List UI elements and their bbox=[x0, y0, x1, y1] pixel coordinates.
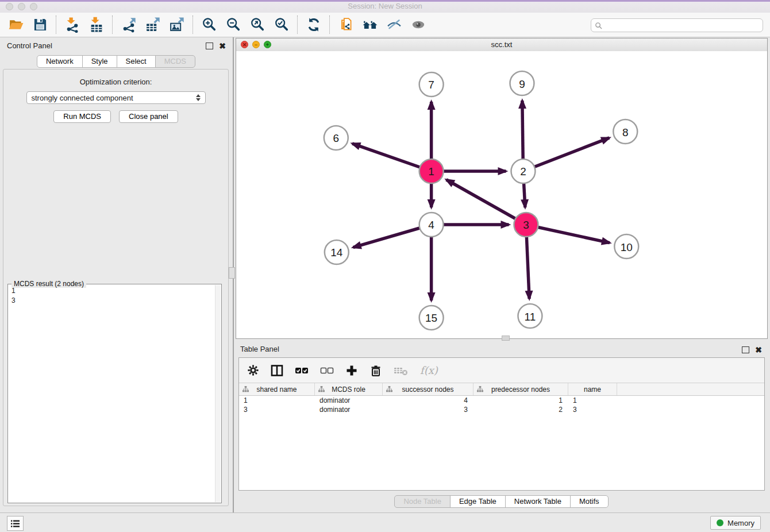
table-panel-close-button[interactable]: ✖ bbox=[755, 347, 762, 353]
zoom-out-button[interactable] bbox=[223, 14, 244, 35]
cell-name[interactable]: 3 bbox=[568, 405, 617, 414]
tab-node-table[interactable]: Node Table bbox=[394, 495, 451, 508]
window-title: Session: New Session bbox=[0, 0, 770, 13]
toolbar-separator bbox=[192, 16, 194, 34]
node-label-4: 4 bbox=[428, 219, 434, 231]
select-all-columns-button[interactable] bbox=[295, 364, 309, 377]
refresh-button[interactable] bbox=[303, 14, 324, 35]
delete-table-button[interactable] bbox=[394, 364, 409, 377]
import-table-button[interactable] bbox=[86, 14, 107, 35]
cell-predecessor-nodes[interactable]: 1 bbox=[473, 396, 568, 405]
import-network-button[interactable] bbox=[62, 14, 83, 35]
zoom-selected-icon bbox=[274, 17, 290, 33]
table-panel-tabs: Node Table Edge Table Network Table Moti… bbox=[236, 495, 768, 508]
column-header-mcds-role[interactable]: MCDS role bbox=[315, 383, 383, 395]
zoom-in-button[interactable] bbox=[199, 14, 220, 35]
network-view-title: scc.txt bbox=[236, 38, 767, 51]
table-panel-float-button[interactable] bbox=[742, 346, 749, 353]
zoom-selected-button[interactable] bbox=[271, 14, 292, 35]
export-image-icon bbox=[169, 17, 185, 33]
open-folder-icon bbox=[8, 17, 24, 33]
edge-3-10[interactable] bbox=[526, 225, 610, 243]
cell-shared-name[interactable]: 3 bbox=[239, 405, 315, 414]
table-header-row: shared name MCDS role bbox=[239, 383, 764, 396]
status-menu-button[interactable] bbox=[7, 516, 24, 531]
reset-layout-button[interactable] bbox=[360, 14, 380, 35]
cell-predecessor-nodes[interactable]: 2 bbox=[473, 405, 568, 414]
function-builder-button[interactable]: f(x) bbox=[420, 364, 438, 376]
column-header-shared-name[interactable]: shared name bbox=[239, 383, 315, 395]
node-label-9: 9 bbox=[519, 78, 525, 90]
columns-icon bbox=[271, 364, 283, 377]
tab-style[interactable]: Style bbox=[82, 55, 117, 68]
mcds-result-line: 3 bbox=[11, 296, 213, 306]
zoom-fit-button[interactable] bbox=[247, 14, 268, 35]
criterion-select[interactable]: strongly connected component bbox=[26, 91, 206, 104]
add-column-button[interactable] bbox=[345, 364, 358, 377]
column-header-name[interactable]: name bbox=[568, 383, 617, 395]
column-type-icon bbox=[386, 386, 392, 392]
column-type-icon bbox=[318, 386, 325, 392]
network-canvas[interactable]: 1234678910111415 bbox=[236, 51, 767, 338]
export-table-icon bbox=[145, 17, 161, 33]
tab-network-table[interactable]: Network Table bbox=[505, 495, 571, 508]
network-view-window: ✕ − + scc.txt 1234678910111415 bbox=[236, 38, 768, 339]
node-label-10: 10 bbox=[621, 241, 633, 253]
column-header-filler bbox=[617, 383, 764, 395]
table-options-button[interactable] bbox=[247, 364, 259, 376]
panel-divider-grip[interactable] bbox=[229, 267, 235, 279]
tab-edge-table[interactable]: Edge Table bbox=[450, 495, 506, 508]
eye-slash-icon bbox=[386, 17, 402, 33]
mcds-result-list: 1 3 bbox=[11, 286, 213, 501]
node-label-11: 11 bbox=[525, 310, 536, 322]
tab-motifs[interactable]: Motifs bbox=[570, 495, 609, 508]
hide-panels-button[interactable] bbox=[384, 14, 405, 35]
zoom-in-icon bbox=[201, 17, 217, 33]
tab-select[interactable]: Select bbox=[117, 55, 156, 68]
trash-icon bbox=[369, 364, 382, 377]
cell-successor-nodes[interactable]: 3 bbox=[383, 405, 473, 414]
memory-button[interactable]: Memory bbox=[710, 516, 761, 530]
search-input[interactable] bbox=[605, 21, 759, 30]
cell-name[interactable]: 1 bbox=[568, 396, 617, 405]
control-panel-float-button[interactable] bbox=[206, 43, 213, 49]
delete-table-icon bbox=[394, 364, 409, 377]
mcds-result-box[interactable]: MCDS result (2 nodes) 1 3 bbox=[7, 284, 222, 503]
memory-label: Memory bbox=[727, 519, 754, 527]
column-label: predecessor nodes bbox=[491, 385, 550, 394]
export-network-button[interactable] bbox=[118, 14, 139, 35]
cell-mcds-role[interactable]: dominator bbox=[315, 405, 383, 414]
export-table-button[interactable] bbox=[143, 14, 163, 35]
table-row[interactable]: 3 dominator 3 2 3 bbox=[239, 405, 764, 414]
control-panel-close-button[interactable]: ✖ bbox=[219, 43, 226, 49]
network-table-divider-grip[interactable] bbox=[502, 336, 510, 341]
column-label: MCDS role bbox=[332, 385, 365, 394]
column-header-predecessor-nodes[interactable]: predecessor nodes bbox=[473, 383, 568, 395]
table-row[interactable]: 1 dominator 4 1 1 bbox=[239, 396, 764, 405]
column-header-successor-nodes[interactable]: successor nodes bbox=[383, 383, 473, 395]
tab-network[interactable]: Network bbox=[37, 55, 83, 68]
save-session-button[interactable] bbox=[30, 14, 51, 35]
edge-2-8[interactable] bbox=[523, 138, 609, 171]
open-session-button[interactable] bbox=[6, 14, 26, 35]
show-columns-button[interactable] bbox=[271, 364, 283, 377]
tab-mcds[interactable]: MCDS bbox=[155, 55, 195, 68]
duplicate-network-button[interactable] bbox=[336, 14, 356, 35]
close-panel-button[interactable]: Close panel bbox=[119, 110, 178, 123]
control-panel-title: Control Panel bbox=[7, 37, 52, 55]
export-image-button[interactable] bbox=[167, 14, 187, 35]
cell-mcds-role[interactable]: dominator bbox=[315, 396, 383, 405]
edge-3-1[interactable] bbox=[446, 180, 526, 225]
run-mcds-button[interactable]: Run MCDS bbox=[53, 110, 111, 123]
cell-shared-name[interactable]: 1 bbox=[239, 396, 315, 405]
table-panel-title: Table Panel bbox=[240, 342, 279, 357]
result-scrollbar[interactable] bbox=[215, 285, 221, 502]
refresh-icon bbox=[306, 17, 322, 33]
toolbar-separator bbox=[56, 16, 57, 34]
unselect-all-columns-button[interactable] bbox=[320, 364, 334, 377]
cell-successor-nodes[interactable]: 4 bbox=[383, 396, 473, 405]
delete-columns-button[interactable] bbox=[369, 364, 382, 377]
export-network-icon bbox=[121, 17, 137, 33]
search-box[interactable] bbox=[591, 18, 763, 32]
show-panels-button[interactable] bbox=[408, 14, 429, 35]
